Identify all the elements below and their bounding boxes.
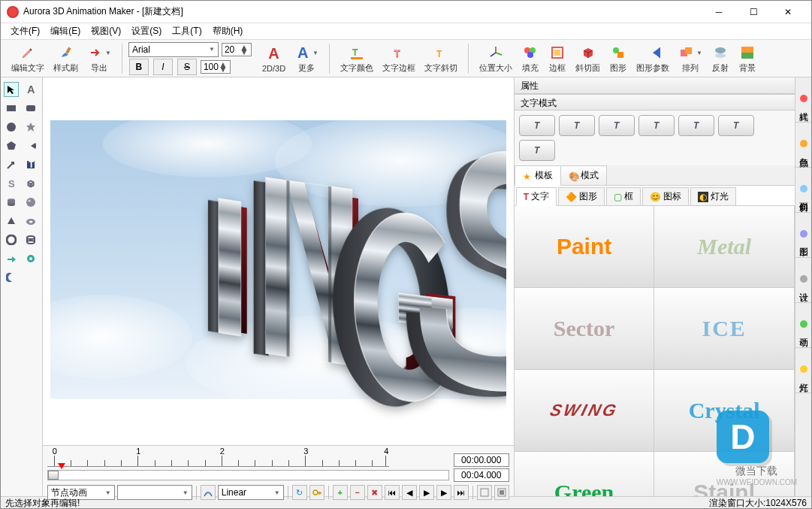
reflect-button[interactable]: 反射 xyxy=(707,41,734,75)
style-brush-button[interactable]: 样式刷 xyxy=(49,41,83,75)
tool-ring[interactable] xyxy=(4,232,19,247)
menu-file[interactable]: 文件(F) xyxy=(5,23,45,39)
tool-circle[interactable] xyxy=(4,120,19,135)
shape-param-button[interactable]: 图形参数 xyxy=(632,41,674,75)
tool-cube[interactable] xyxy=(23,176,38,191)
tool-cone[interactable] xyxy=(4,214,19,229)
font-family-select[interactable]: Arial▼ xyxy=(128,42,219,57)
tool-rect[interactable] xyxy=(4,101,19,116)
tool-polygon[interactable] xyxy=(4,138,19,153)
tool-3dtext[interactable]: T xyxy=(23,157,38,172)
tab-template[interactable]: ★模板 xyxy=(515,165,561,186)
bevel-button[interactable]: 斜切面 xyxy=(571,41,605,75)
font-size-bottom[interactable]: 100▲▼ xyxy=(201,60,231,74)
text-bevel-button[interactable]: T文字斜切 xyxy=(420,41,462,75)
prev-button[interactable]: ◀ xyxy=(402,485,417,500)
subtab-shape[interactable]: 🔶图形 xyxy=(558,187,605,205)
subtab-frame[interactable]: ▢框 xyxy=(606,187,641,205)
edit-text-button[interactable]: 编辑文字 xyxy=(7,41,49,75)
tool-arrow[interactable] xyxy=(4,157,19,172)
text-mode-1[interactable]: T xyxy=(519,115,555,136)
curve-select[interactable]: Linear▼ xyxy=(218,485,284,500)
preset-stainless[interactable]: Stainl xyxy=(654,451,795,496)
add-button[interactable]: + xyxy=(333,485,348,500)
export-button[interactable]: ▼ 导出 xyxy=(83,41,116,75)
delete-button[interactable]: ✖ xyxy=(367,485,382,500)
text-mode-4[interactable]: T xyxy=(638,115,675,136)
tab-mode[interactable]: 🎨模式 xyxy=(560,165,607,185)
text-color-button[interactable]: T文字颜色 xyxy=(336,41,378,75)
font-size-top[interactable]: 20▲▼ xyxy=(222,43,252,56)
tool-roundrect[interactable] xyxy=(23,101,38,116)
pos-size-button[interactable]: 位置大小 xyxy=(475,41,517,75)
tool-arrow3d[interactable] xyxy=(4,251,19,266)
strikethrough-button[interactable]: S xyxy=(177,59,197,75)
preset-ice[interactable]: ICE xyxy=(654,287,795,370)
side-tab-light[interactable]: 灯光 xyxy=(795,348,811,393)
tool-star[interactable] xyxy=(23,120,38,135)
tool-torus[interactable] xyxy=(23,214,38,229)
preset-sector[interactable]: Sector xyxy=(515,287,655,370)
preset-green[interactable]: Green xyxy=(515,451,655,496)
tool-tube[interactable] xyxy=(23,232,38,247)
side-tab-shape[interactable]: 图形 xyxy=(795,213,811,258)
text-mode-7[interactable]: T xyxy=(519,140,555,161)
tool-sphere[interactable] xyxy=(23,195,38,210)
text-mode-3[interactable]: T xyxy=(599,115,635,136)
timeline-slider[interactable] xyxy=(47,470,449,480)
menu-tools[interactable]: 工具(T) xyxy=(167,23,207,39)
menu-help[interactable]: 帮助(H) xyxy=(207,23,249,39)
timeline-ruler[interactable]: 0 1 2 3 4 xyxy=(47,447,389,467)
subtab-light[interactable]: ◐灯光 xyxy=(690,187,736,205)
tool-sector[interactable] xyxy=(23,138,38,153)
bold-button[interactable]: B xyxy=(129,59,149,75)
side-tab-color[interactable]: 颜色 xyxy=(795,123,811,168)
canvas-viewport[interactable] xyxy=(50,85,506,438)
next-button[interactable]: ▶ xyxy=(436,485,451,500)
close-button[interactable]: ✕ xyxy=(771,2,805,23)
tool-text[interactable]: A xyxy=(23,82,38,97)
preset-crystal[interactable]: Crystal xyxy=(654,369,795,452)
text-font-a2-button[interactable]: A▼ 更多 xyxy=(290,41,323,75)
text-mode-6[interactable]: T xyxy=(718,115,754,136)
key-button[interactable] xyxy=(309,485,324,500)
text-font-a-button[interactable]: A 2D/3D xyxy=(258,43,290,74)
anim-sub-select[interactable]: ▼ xyxy=(117,485,192,500)
italic-button[interactable]: I xyxy=(153,59,173,75)
slider-thumb[interactable] xyxy=(48,471,59,480)
subtab-text[interactable]: T文字 xyxy=(516,187,557,206)
preset-metal[interactable]: Metal xyxy=(654,206,795,288)
side-tab-anim[interactable]: 动画 xyxy=(795,303,811,348)
remove-button[interactable]: − xyxy=(350,485,365,500)
preset-swing[interactable]: SWING xyxy=(515,369,655,452)
refresh-button[interactable]: ↻ xyxy=(292,485,307,500)
subtab-icon[interactable]: 😊图标 xyxy=(642,187,689,205)
menu-settings[interactable]: 设置(S) xyxy=(126,23,167,39)
text-border-button[interactable]: T文字边框 xyxy=(378,41,420,75)
menu-view[interactable]: 视图(V) xyxy=(86,23,126,39)
fill-button[interactable]: 填充 xyxy=(517,41,544,75)
arrange-button[interactable]: ▼排列 xyxy=(674,41,707,75)
settings-2-button[interactable] xyxy=(494,485,509,500)
side-tab-bevel[interactable]: 斜切面 xyxy=(795,168,811,213)
curve-icon-button[interactable] xyxy=(201,485,216,500)
text-mode-2[interactable]: T xyxy=(559,115,595,136)
side-tab-design[interactable]: 设计 xyxy=(795,258,811,303)
tool-select[interactable] xyxy=(4,82,19,97)
menu-edit[interactable]: 编辑(E) xyxy=(45,23,86,39)
side-tab-style[interactable]: 样式 xyxy=(795,77,811,123)
tool-moon[interactable] xyxy=(4,270,19,285)
tool-s[interactable]: S xyxy=(4,176,19,191)
settings-1-button[interactable] xyxy=(477,485,492,500)
background-button[interactable]: 背景 xyxy=(734,41,761,75)
time-current[interactable]: 00:00.000 xyxy=(454,453,509,467)
preset-paint[interactable]: Paint xyxy=(515,206,655,288)
tool-cylinder[interactable] xyxy=(4,195,19,210)
text-mode-5[interactable]: T xyxy=(678,115,714,136)
last-button[interactable]: ⏭ xyxy=(454,485,469,500)
tool-gear[interactable] xyxy=(23,251,38,266)
first-button[interactable]: ⏮ xyxy=(385,485,400,500)
tool-empty[interactable] xyxy=(23,270,38,285)
shape-button[interactable]: 图形 xyxy=(605,41,632,75)
minimize-button[interactable]: ─ xyxy=(702,2,736,23)
